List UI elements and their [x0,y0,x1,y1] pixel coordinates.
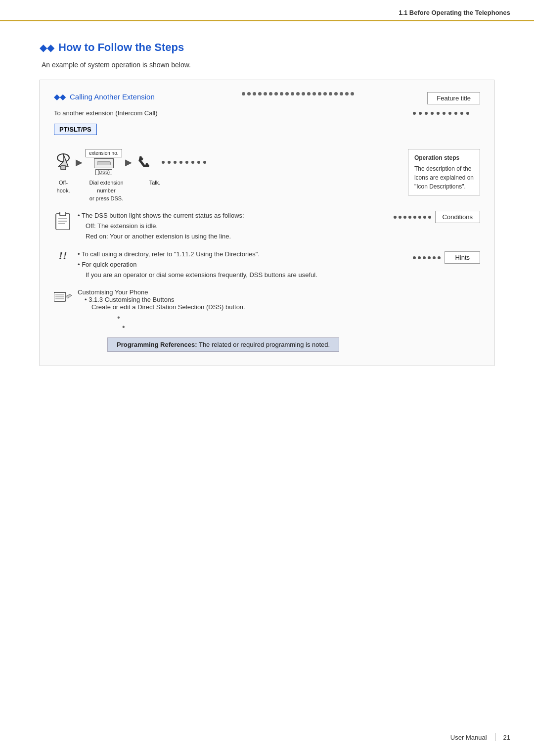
svg-rect-4 [60,212,66,216]
arrow-icon-2: ▶ [125,157,132,168]
feature-diamonds: ◆◆ [54,92,66,101]
header-section: 1.1 Before Operating the Telephones [399,9,510,16]
svg-rect-3 [56,214,70,230]
conditions-row: • The DSS button light shows the current… [54,211,480,241]
callout-line2: icons are explained on [414,173,474,182]
feature-title-row: ◆◆ Calling Another Extension Feature tit… [54,92,480,104]
callout-line3: "Icon Descriptions". [414,182,474,191]
phone-body-icon [94,158,114,168]
pt-badge: PT/SLT/PS [54,124,97,135]
hints-icon: !! [54,249,72,262]
talk-label: Talk. [140,178,170,186]
intercom-text: To another extension (Intercom Call) [54,109,412,117]
page-content: ◆◆ How to Follow the Steps An example of… [0,21,534,386]
pt-badge-wrap: PT/SLT/PS [54,124,480,142]
conditions-content: • The DSS button light shows the current… [78,211,387,241]
callout-line1: The description of the [414,164,474,173]
conditions-side: Conditions [393,211,480,223]
customising-sub1: • 3.1.3 Customising the Buttons [85,296,480,303]
talk-icon: 📞︎ [135,153,151,171]
prog-ref-box: Programming References: The related or r… [107,337,339,352]
hints-dots [412,256,442,259]
hints-content: • To call using a directory, refer to "1… [78,249,406,280]
prog-ref-label: Programming References: [117,341,197,348]
op-dots [161,161,207,164]
page-footer: User Manual 21 [450,733,510,741]
steps-graphic-area: ▶ extension no. (DSS) ▶ 📞︎ [54,149,408,202]
condition-bullet1: • The DSS button light shows the current… [78,211,387,241]
footer-divider [495,733,495,741]
demo-box: ◆◆ Calling Another Extension Feature tit… [40,80,494,366]
steps-icons-row: ▶ extension no. (DSS) ▶ 📞︎ [54,149,408,175]
conditions-icon [54,212,72,233]
prog-ref-text: The related or required programming is n… [199,341,330,348]
page-title: How to Follow the Steps [58,41,184,54]
customising-row: Customising Your Phone • 3.1.3 Customisi… [54,288,480,352]
footer-label: User Manual [450,734,487,741]
arrow-icon-1: ▶ [76,157,83,168]
customising-title: Customising Your Phone [78,288,480,296]
page-header: 1.1 Before Operating the Telephones [0,0,534,21]
hints-box: Hints [445,251,480,264]
notepad-icon [55,212,71,230]
dss-label: (DSS) [95,169,113,175]
svg-marker-1 [58,154,68,167]
extension-box-group: extension no. (DSS) [86,149,122,175]
hints-side: Hints [412,251,480,264]
title-diamonds: ◆◆ [40,42,54,53]
svg-rect-2 [61,166,66,170]
dial-label: Dial extension number or press DSS. [87,178,126,202]
feature-title-link[interactable]: Calling Another Extension [70,93,155,101]
customising-svg-icon [54,288,72,303]
footer-page-num: 21 [503,734,510,741]
ext-no-box: extension no. [86,149,122,157]
hints-row: !! • To call using a directory, refer to… [54,249,480,280]
steps-labels-row: Off-hook. Dial extension number or press… [54,178,408,202]
step-phone-icon [54,153,73,172]
prog-ref-wrap: Programming References: The related or r… [107,337,480,352]
phone-svg-icon [54,153,73,172]
feature-title-box: Feature title [427,92,480,104]
callout-title: Operation steps [414,153,474,162]
conditions-dots [393,216,432,219]
customising-icon [54,288,72,307]
conditions-box: Conditions [435,211,480,223]
intro-text: An example of system operation is shown … [42,61,494,69]
customising-desc1: Create or edit a Direct Station Selectio… [91,303,480,311]
hints-text: • To call using a directory, refer to "1… [78,249,406,280]
feature-title-left: ◆◆ Calling Another Extension [54,92,236,101]
off-hook-label: Off-hook. [54,178,73,194]
talk-icon-wrap: 📞︎ [135,153,151,171]
operation-callout-box: Operation steps The description of the i… [408,149,480,195]
operation-row: ▶ extension no. (DSS) ▶ 📞︎ [54,149,480,202]
dots-separator-top [236,92,428,95]
customising-content: Customising Your Phone • 3.1.3 Customisi… [78,288,480,352]
arrow-decor: • • [117,313,480,331]
section-title: ◆◆ How to Follow the Steps [40,41,494,54]
intercom-row: To another extension (Intercom Call) [54,109,480,117]
